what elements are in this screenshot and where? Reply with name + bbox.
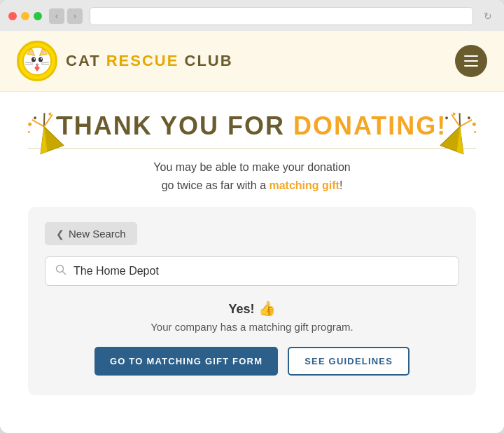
svg-point-8 xyxy=(41,58,42,60)
title-cat: CAT xyxy=(66,52,101,69)
cat-logo-icon xyxy=(22,46,52,76)
traffic-lights xyxy=(8,12,42,20)
browser-chrome: ‹ › ↻ xyxy=(0,0,504,31)
address-bar[interactable] xyxy=(90,7,473,25)
result-yes-line: Yes! 👍 xyxy=(45,300,459,317)
subtitle-end: ! xyxy=(340,179,342,191)
svg-point-33 xyxy=(474,131,476,134)
site-title: CAT RESCUE CLUB xyxy=(66,52,233,70)
svg-marker-24 xyxy=(440,123,472,154)
logo-circle xyxy=(17,41,57,81)
svg-point-29 xyxy=(472,122,476,126)
search-icon xyxy=(55,264,66,278)
matching-gift-link[interactable]: matching gift xyxy=(269,179,339,191)
forward-button[interactable]: › xyxy=(67,8,83,24)
yes-text: Yes! xyxy=(228,302,254,316)
maximize-button[interactable] xyxy=(34,12,42,20)
svg-line-26 xyxy=(460,116,472,130)
new-search-button[interactable]: ❮ New Search xyxy=(45,222,137,245)
hamburger-line-1 xyxy=(464,55,478,57)
svg-line-16 xyxy=(32,116,44,130)
svg-point-22 xyxy=(55,116,59,120)
title-club: CLUB xyxy=(185,52,233,69)
see-guidelines-button[interactable]: SEE GUIDELINES xyxy=(288,347,410,376)
company-search-input[interactable] xyxy=(74,265,449,277)
reload-button[interactable]: ↻ xyxy=(480,8,496,24)
svg-point-6 xyxy=(38,57,43,62)
subtitle-text: You may be able to make your donation go… xyxy=(28,158,476,194)
thank-you-text: THANK YOU FOR xyxy=(57,111,285,140)
button-row: GO TO MATCHING GIFT FORM SEE GUIDELINES xyxy=(45,347,459,376)
confetti-left-icon xyxy=(28,111,70,167)
svg-point-23 xyxy=(28,131,30,134)
svg-line-35 xyxy=(63,272,66,275)
svg-marker-14 xyxy=(32,123,64,154)
close-button[interactable] xyxy=(8,12,17,20)
svg-point-19 xyxy=(28,122,32,126)
thank-you-section: THANK YOU FOR DONATING! You may be able … xyxy=(28,111,476,194)
minimize-button[interactable] xyxy=(21,12,29,20)
confetti-right-icon xyxy=(434,111,476,167)
site-header: CAT RESCUE CLUB xyxy=(0,31,504,92)
svg-point-7 xyxy=(34,58,35,60)
browser-window: ‹ › ↻ xyxy=(0,0,504,433)
svg-point-32 xyxy=(444,116,448,120)
back-button[interactable]: ‹ xyxy=(49,8,64,24)
nav-arrows: ‹ › xyxy=(49,8,83,24)
svg-point-5 xyxy=(31,57,36,62)
new-search-label: New Search xyxy=(69,228,126,240)
search-card: ❮ New Search Yes! 👍 Your company has a xyxy=(28,207,476,395)
search-input-wrap xyxy=(45,256,459,286)
hamburger-menu-button[interactable] xyxy=(455,45,487,77)
svg-point-20 xyxy=(33,116,36,120)
svg-point-30 xyxy=(467,116,470,120)
logo-area: CAT RESCUE CLUB xyxy=(17,41,233,81)
subtitle-line1: You may be able to make your donation xyxy=(153,161,350,173)
go-to-matching-gift-form-button[interactable]: GO TO MATCHING GIFT FORM xyxy=(94,347,278,376)
result-description: Your company has a matching gift program… xyxy=(45,321,459,333)
title-rescue: RESCUE xyxy=(106,52,179,69)
thumbs-up-icon: 👍 xyxy=(258,301,276,316)
svg-line-28 xyxy=(449,114,463,126)
donating-text: DONATING! xyxy=(293,111,447,140)
divider-line xyxy=(28,148,476,149)
svg-line-18 xyxy=(41,114,55,126)
main-content: THANK YOU FOR DONATING! You may be able … xyxy=(0,92,504,433)
hamburger-line-2 xyxy=(464,60,478,62)
chevron-left-icon: ❮ xyxy=(56,228,64,240)
thank-you-title: THANK YOU FOR DONATING! xyxy=(28,111,476,141)
hamburger-line-3 xyxy=(464,65,478,67)
result-section: Yes! 👍 Your company has a matching gift … xyxy=(45,300,459,376)
subtitle-line2: go twice as far with a xyxy=(162,179,266,191)
